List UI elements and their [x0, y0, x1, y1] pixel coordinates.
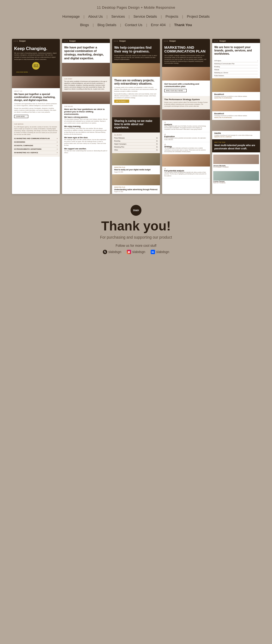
service-desc: As a 360-degree agency, we provide a var…: [14, 126, 58, 135]
services-img1: [112, 63, 160, 77]
service-label-1: 01 MARKETING AND COMMUNICATION PLAN: [14, 138, 50, 139]
screen-services: Keeper We help companies find their way …: [112, 39, 160, 194]
blog-cat-marketing[interactable]: Marketing Plan 11: [114, 146, 158, 149]
get-in-touch-button[interactable]: GET IN TOUCH →: [114, 100, 129, 103]
services-img2: [112, 105, 160, 117]
card-header-3: Keeper: [112, 39, 160, 43]
blog-cat-press[interactable]: Press Releases 11: [114, 137, 158, 140]
step3-title: Strategy: [164, 146, 208, 147]
project-bocahkecil1: BocahKecil Increasing conversion by tenf…: [212, 92, 260, 100]
brand-logo-2: Keeper: [69, 40, 76, 42]
filter-all[interactable]: All Projects ↗: [214, 59, 258, 62]
service-item-4[interactable]: 04 PROGRAMMATIC ADVERTISING ×: [14, 147, 58, 151]
screens-grid: Keeper Keep Changing. We are a team of b…: [0, 36, 272, 197]
nav-404[interactable]: Error 404: [147, 22, 169, 28]
service-item-2[interactable]: 02 BRANDING ×: [14, 140, 58, 144]
values-label: OUR VALUES: [64, 106, 108, 107]
get-touch-label: GET IN TOUCH: [116, 100, 126, 102]
meet-team-title: Meet multi-talented people who are passi…: [214, 144, 258, 150]
arrow-icon-touch: →: [126, 100, 128, 102]
nav-blogs[interactable]: Blogs: [76, 22, 93, 28]
service-strategy: The Performance Strategy System Keeper u…: [162, 96, 210, 109]
social-behance[interactable]: Bē slabdsgn: [151, 250, 169, 254]
service-details-hero: MARKETING AND COMMUNICATION PLAN Like a …: [162, 43, 210, 67]
service-details-title: MARKETING AND COMMUNICATION PLAN: [164, 46, 208, 54]
project-bocahkecil2: BocahKecil Increasing conversion by tenf…: [212, 111, 260, 120]
blog-cat-digital[interactable]: Digital Campaigns 11: [114, 143, 158, 146]
screen-service-details: Keeper MARKETING AND COMMUNICATION PLAN …: [162, 39, 210, 194]
step3-desc: The strategy phase culminates and lessen…: [164, 147, 208, 153]
member1-photo: [213, 155, 259, 164]
learn-more-button[interactable]: LEARN MORE →: [14, 115, 28, 118]
homepage-about: ABOUT US We have put together a special …: [12, 88, 60, 121]
nav-contact[interactable]: Contact Us: [121, 22, 146, 28]
story-label: OUR STORY: [64, 78, 108, 80]
client3-name: HaloDik: [214, 132, 258, 134]
focused-title: Get focused with a marketing and communi…: [164, 83, 208, 88]
filter-website[interactable]: Website: [214, 68, 258, 71]
strategy-desc: Keeper uses a special method called The …: [164, 101, 208, 107]
digital-count: 11: [156, 143, 158, 145]
step1-title: Analysis: [164, 124, 208, 125]
blog-post-1: MARKETING PLAN How to easily set your di…: [112, 165, 160, 174]
filter-marketing[interactable]: Marketing & Communication Plan: [214, 62, 258, 65]
homepage-badge: GET IN TOUCH: [32, 62, 40, 70]
sharing-title: Sharing is caring so we make time to wri…: [114, 119, 158, 129]
filter-all-icon: ↗: [257, 60, 258, 61]
filter-branding[interactable]: Branding: [214, 65, 258, 68]
step4-desc: Like our brands, brands and businesses t…: [164, 172, 208, 177]
brand-logo-1: Keeper: [19, 40, 26, 42]
nav-about[interactable]: About Us: [84, 13, 106, 20]
nav-homepage[interactable]: Homepage: [58, 13, 84, 20]
blog-all-label: All Blogs: [114, 134, 158, 136]
value3-title: We leave egos at the door.: [64, 137, 108, 138]
value3-desc: We challenge ideas and offer candid crit…: [64, 139, 108, 146]
step-strategy: 03 Strategy The strategy phase culminate…: [162, 142, 210, 154]
service-label-5: 05 MARKETING AS A SERVICE: [14, 152, 38, 153]
slab-logo: Slab!: [131, 205, 141, 216]
filter-pr[interactable]: Public Relations: [214, 74, 258, 77]
service-details-desc: Like a spotlight, strategic marketing co…: [164, 55, 208, 64]
blog-cat-other[interactable]: Other 11: [114, 149, 158, 152]
value4-title: We support one another.: [64, 148, 108, 150]
nav-service-details[interactable]: Service Details: [129, 13, 161, 20]
client2-tags: MARKETING PLAN BRANDING: [214, 117, 258, 118]
service-item-5[interactable]: 05 MARKETING AS A SERVICE ×: [14, 151, 58, 155]
nav-project-details[interactable]: Project Details: [183, 13, 214, 20]
value2-desc: We enjoy learning, particularly from one…: [64, 128, 108, 135]
discover-button[interactable]: DISCOVER MORE →: [16, 71, 55, 73]
arrow-icon-4: ×: [57, 148, 58, 150]
client1-name: BocahKecil: [214, 93, 258, 95]
no-ordinary-title: There are no ordinary projects, only ext…: [114, 79, 158, 85]
blog-post2-tag: MARKETING PLAN: [114, 187, 158, 188]
press-count: 11: [156, 137, 158, 139]
social-twitter[interactable]: 𝕏 slabdsgn: [103, 250, 121, 254]
blog-cat-branding[interactable]: Branding 11: [114, 140, 158, 143]
service-item-1[interactable]: 01 MARKETING AND COMMUNICATION PLAN ×: [14, 137, 58, 140]
filter-maas[interactable]: Marketing as a Service: [214, 71, 258, 74]
project-img3: [212, 120, 260, 131]
service-label-3: 03 DIGITAL CAMPAIGNS: [14, 145, 33, 146]
service-focused: Get focused with a marketing and communi…: [162, 81, 210, 96]
filter-pr-label: Public Relations: [214, 75, 224, 76]
marketing-label: Marketing Plan: [114, 146, 124, 148]
other-count: 11: [156, 149, 158, 151]
step1-desc: What is happening right now in the field…: [164, 125, 208, 131]
about-hero: We have put together a special combinati…: [62, 43, 110, 63]
member1-role: CO-FOUNDER / FOUNDER: [213, 167, 259, 168]
filter-marketing-label: Marketing & Communication Plan: [214, 63, 234, 64]
team-member-2: Louisa Carson HEAD OF FOUNDING: [212, 170, 260, 185]
homepage-hero-desc: We are a team of branding experts, marke…: [14, 52, 58, 61]
learn-more-label: LEARN MORE: [16, 116, 25, 117]
nav-services[interactable]: Services: [107, 13, 129, 20]
filter-maas-label: Marketing as a Service: [214, 72, 228, 73]
make-heard-button[interactable]: MAKE YOUR SELF HEARD →: [164, 89, 187, 92]
story-text: The only option available to businesses …: [64, 81, 108, 90]
nav-projects[interactable]: Projects: [162, 13, 182, 20]
nav-thankyou[interactable]: Thank You: [170, 22, 196, 28]
value4-desc: Our best are never undermining their suc…: [64, 150, 108, 154]
nav-blog-details[interactable]: Blog Details: [94, 22, 120, 28]
social-instagram[interactable]: ◉ slabdsgn: [127, 250, 145, 254]
service-item-3[interactable]: 03 DIGITAL CAMPAIGNS ×: [14, 144, 58, 147]
homepage-hero: Keep Changing. We are a team of branding…: [12, 43, 60, 76]
